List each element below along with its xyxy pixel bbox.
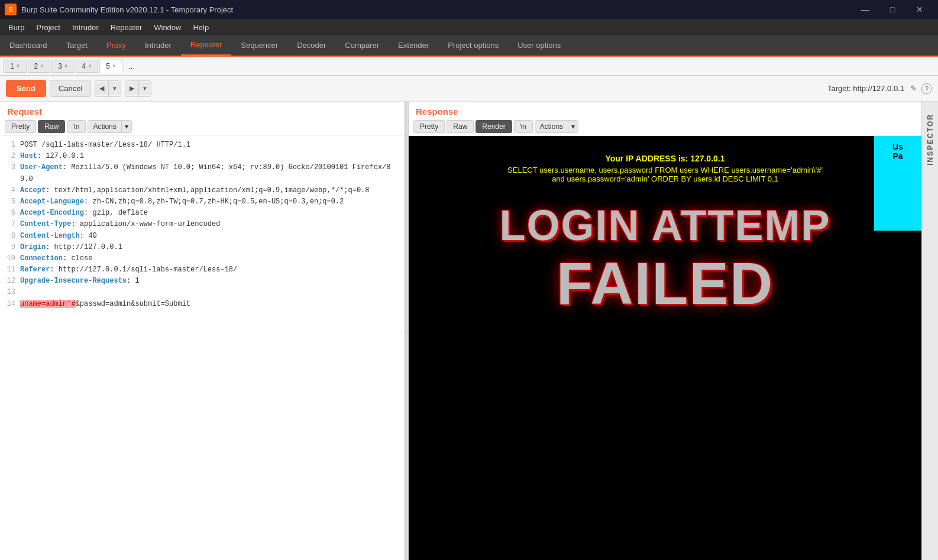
line-number: 8 <box>6 231 15 242</box>
request-line-13: 13 <box>6 287 399 298</box>
response-actions-btn[interactable]: Actions <box>535 121 568 132</box>
request-toolbar: Pretty Raw \n Actions ▾ <box>0 119 405 136</box>
line-content: Accept: text/html,application/xhtml+xml,… <box>20 185 399 196</box>
request-line-2: 2Host: 127.0.0.1 <box>6 151 399 162</box>
minimize-button[interactable]: — <box>852 0 879 19</box>
titlebar: S Burp Suite Community Edition v2020.12.… <box>0 0 938 19</box>
line-content: uname=admin'#&passwd=admin&submit=Submit <box>20 299 399 310</box>
inspector-label: INSPECTOR <box>926 114 934 166</box>
request-line-14: 14uname=admin'#&passwd=admin&submit=Subm… <box>6 299 399 310</box>
sub-tab-close-1[interactable]: × <box>17 63 20 69</box>
menubar-item-help[interactable]: Help <box>187 21 215 34</box>
response-toolbar: Pretty Raw Render \n Actions ▾ <box>409 119 921 136</box>
nav-tab-project-options[interactable]: Project options <box>438 34 508 56</box>
line-number: 9 <box>6 242 15 253</box>
main-content: Request Pretty Raw \n Actions ▾ 1POST /s… <box>0 102 938 560</box>
request-actions-arrow[interactable]: ▾ <box>121 121 131 132</box>
cyan-us-label: Us <box>892 142 903 151</box>
sub-tab-close-3[interactable]: × <box>64 63 68 69</box>
cancel-button[interactable]: Cancel <box>50 80 91 97</box>
nav-tab-target[interactable]: Target <box>57 34 97 56</box>
nav-tab-extender[interactable]: Extender <box>389 34 438 56</box>
window-title: Burp Suite Community Edition v2020.12.1 … <box>21 5 233 14</box>
request-code-area[interactable]: 1POST /sqli-labs-master/Less-18/ HTTP/1.… <box>0 136 405 560</box>
line-content: Origin: http://127.0.0.1 <box>20 242 399 253</box>
line-number: 11 <box>6 264 15 276</box>
line-number: 3 <box>6 162 15 184</box>
target-label: Target: http://127.0.0.1 <box>827 84 904 93</box>
nav-back-button[interactable]: ◀ <box>95 82 108 95</box>
menubar-item-window[interactable]: Window <box>148 21 187 34</box>
nav-tab-intruder[interactable]: Intruder <box>135 34 181 56</box>
cyan-pa-label: Pa <box>892 151 903 161</box>
line-number: 6 <box>6 208 15 219</box>
request-line-12: 12Upgrade-Insecure-Requests: 1 <box>6 276 399 287</box>
response-sql-line2: and users.password='admin' ORDER BY user… <box>540 174 790 183</box>
send-button[interactable]: Send <box>6 80 46 97</box>
nav-fwd-button[interactable]: ▶ <box>125 82 138 95</box>
request-n-btn[interactable]: \n <box>67 120 86 133</box>
sub-tab-5[interactable]: 5 × <box>99 60 122 73</box>
line-content: Host: 127.0.0.1 <box>20 151 399 162</box>
response-render-content: Us Pa Your IP ADDRESS is: 127.0.0.1 SELE… <box>409 136 921 560</box>
request-pretty-btn[interactable]: Pretty <box>5 120 36 133</box>
nav-back-dropdown[interactable]: ▾ <box>109 82 121 95</box>
sub-tab-close-4[interactable]: × <box>88 63 92 69</box>
maximize-button[interactable]: □ <box>879 0 906 19</box>
response-pretty-btn[interactable]: Pretty <box>413 120 445 133</box>
request-line-3: 3User-Agent: Mozilla/5.0 (Windows NT 10.… <box>6 162 399 184</box>
request-raw-btn[interactable]: Raw <box>38 120 65 133</box>
line-number: 12 <box>6 276 15 287</box>
menubar: BurpProjectIntruderRepeaterWindowHelp <box>0 19 938 35</box>
response-actions-arrow[interactable]: ▾ <box>568 121 578 132</box>
nav-tab-dashboard[interactable]: Dashboard <box>0 34 57 56</box>
toolbar: Send Cancel ◀ ▾ ▶ ▾ Target: http://127.0… <box>0 76 938 102</box>
line-number: 14 <box>6 299 15 310</box>
close-button[interactable]: ✕ <box>906 0 933 19</box>
app-icon: S <box>5 4 17 15</box>
menubar-item-burp[interactable]: Burp <box>2 21 30 34</box>
request-line-1: 1POST /sqli-labs-master/Less-18/ HTTP/1.… <box>6 140 399 151</box>
line-content: Content-Length: 40 <box>20 231 399 242</box>
sub-tab-close-2[interactable]: × <box>40 63 44 69</box>
line-number: 7 <box>6 219 15 230</box>
sub-tab-1[interactable]: 1 × <box>4 60 27 73</box>
sub-tab-2[interactable]: 2 × <box>28 60 51 73</box>
nav-tab-user-options[interactable]: User options <box>508 34 570 56</box>
response-render-btn[interactable]: Render <box>476 120 512 133</box>
nav-tabs: DashboardTargetProxyIntruderRepeaterSequ… <box>0 35 938 57</box>
nav-tab-sequencer[interactable]: Sequencer <box>231 34 287 56</box>
nav-tab-proxy[interactable]: Proxy <box>97 34 135 56</box>
menubar-item-intruder[interactable]: Intruder <box>66 21 105 34</box>
menubar-item-project[interactable]: Project <box>30 21 66 34</box>
menubar-item-repeater[interactable]: Repeater <box>105 21 148 34</box>
line-number: 2 <box>6 151 15 162</box>
nav-back-group: ◀ ▾ <box>95 80 121 97</box>
line-content: Referer: http://127.0.0.1/sqli-labs-mast… <box>20 264 399 276</box>
request-actions-btn[interactable]: Actions <box>88 121 121 132</box>
request-line-10: 10Connection: close <box>6 253 399 264</box>
nav-tab-repeater[interactable]: Repeater <box>181 34 231 56</box>
response-raw-btn[interactable]: Raw <box>447 120 474 133</box>
sub-tab-3[interactable]: 3 × <box>51 60 75 73</box>
request-line-5: 5Accept-Language: zh-CN,zh;q=0.8,zh-TW;q… <box>6 196 399 208</box>
nav-tab-comparer[interactable]: Comparer <box>335 34 389 56</box>
response-panel: Response Pretty Raw Render \n Actions ▾ … <box>409 102 921 560</box>
nav-fwd-dropdown[interactable]: ▾ <box>139 82 151 95</box>
request-panel: Request Pretty Raw \n Actions ▾ 1POST /s… <box>0 102 405 560</box>
target-help-icon[interactable]: ? <box>921 83 932 94</box>
sub-tab-close-5[interactable]: × <box>112 63 116 69</box>
sub-tabs-more[interactable]: ... <box>124 60 140 73</box>
request-actions-group: Actions ▾ <box>88 120 131 133</box>
request-line-7: 7Content-Type: application/x-www-form-ur… <box>6 219 399 230</box>
target-edit-icon[interactable]: ✎ <box>910 84 917 93</box>
nav-tab-decoder[interactable]: Decoder <box>287 34 335 56</box>
line-content: User-Agent: Mozilla/5.0 (Windows NT 10.0… <box>20 162 399 184</box>
line-content: Connection: close <box>20 253 399 264</box>
sub-tabs: 1 ×2 ×3 ×4 ×5 ×... <box>0 57 938 76</box>
titlebar-controls: — □ ✕ <box>852 0 933 19</box>
response-n-btn[interactable]: \n <box>514 120 533 133</box>
sub-tab-4[interactable]: 4 × <box>76 60 99 73</box>
cyan-panel: Us Pa <box>874 136 921 231</box>
line-content: Accept-Language: zh-CN,zh;q=0.8,zh-TW;q=… <box>20 196 399 208</box>
